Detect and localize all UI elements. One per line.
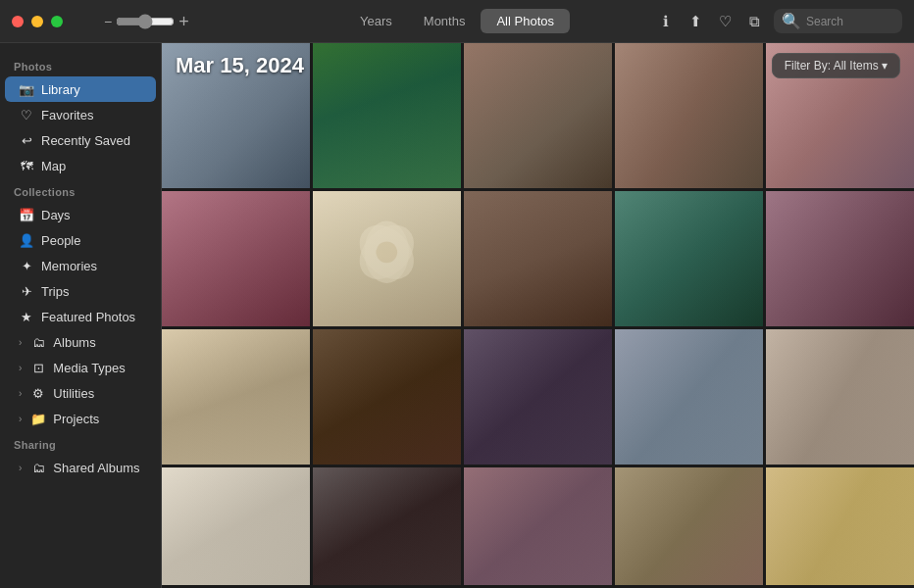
search-input[interactable] [806, 15, 894, 28]
sidebar-featured-photos-label: Featured Photos [41, 310, 135, 324]
photo-cell[interactable] [615, 329, 763, 465]
date-header: Mar 15, 2024 [176, 53, 304, 78]
projects-expand-icon: › [19, 414, 22, 424]
tab-months[interactable]: Months [408, 9, 482, 33]
sidebar-shared-albums-label: Shared Albums [53, 461, 139, 475]
sidebar-days-label: Days [41, 208, 71, 222]
media-types-icon: ⊡ [30, 360, 46, 375]
zoom-out-icon[interactable]: − [104, 14, 112, 29]
photo-cell[interactable] [162, 191, 310, 326]
sidebar-item-map[interactable]: 🗺 Map [5, 153, 156, 178]
featured-photos-icon: ★ [19, 309, 34, 324]
photo-cell[interactable] [766, 191, 914, 326]
sidebar-albums-label: Albums [53, 335, 95, 350]
sidebar-favorites-label: Favorites [41, 108, 93, 122]
photo-row-2 [162, 191, 914, 326]
utilities-expand-icon: › [19, 388, 22, 399]
photo-cell[interactable] [313, 43, 461, 188]
close-button[interactable] [12, 16, 24, 27]
sidebar-item-media-types[interactable]: › ⊡ Media Types [5, 355, 156, 380]
photo-cell[interactable] [464, 329, 612, 465]
sidebar-item-memories[interactable]: ✦ Memories [5, 253, 156, 278]
view-tabs: Years Months All Photos [344, 9, 570, 33]
sidebar-projects-label: Projects [53, 412, 99, 426]
sidebar-item-utilities[interactable]: › ⚙ Utilities [5, 380, 156, 406]
sidebar-library-label: Library [41, 82, 80, 97]
sharing-section-label: Sharing [0, 431, 161, 455]
sidebar-item-trips[interactable]: ✈ Trips [5, 278, 156, 304]
photo-row-4 [162, 467, 914, 585]
heart-icon[interactable]: ♡ [715, 12, 735, 31]
favorites-icon: ♡ [19, 107, 34, 122]
photo-cell[interactable] [464, 43, 612, 188]
zoom-slider[interactable] [116, 14, 175, 29]
titlebar: − + Years Months All Photos ℹ ⬆ ♡ ⧉ 🔍 [0, 0, 914, 43]
photo-cell[interactable] [615, 43, 763, 188]
traffic-lights [12, 16, 63, 27]
photo-cell[interactable] [313, 329, 461, 465]
sidebar-trips-label: Trips [41, 284, 69, 299]
photo-content: Mar 15, 2024 Filter By: All Items ▾ [162, 43, 914, 588]
recently-saved-icon: ↩ [19, 132, 34, 148]
memories-icon: ✦ [19, 258, 34, 273]
minimize-button[interactable] [31, 16, 43, 27]
photos-section-label: Photos [0, 53, 161, 76]
shared-albums-icon: 🗂 [30, 460, 46, 475]
sidebar-item-days[interactable]: 📅 Days [5, 202, 156, 227]
svg-point-3 [377, 241, 398, 263]
sidebar-item-recently-saved[interactable]: ↩ Recently Saved [5, 127, 156, 153]
albums-expand-icon: › [19, 337, 22, 348]
main-layout: Photos 📷 Library ♡ Favorites ↩ Recently … [0, 43, 914, 588]
photo-cell[interactable] [162, 329, 310, 465]
info-icon[interactable]: ℹ [656, 12, 676, 31]
sidebar-item-shared-albums[interactable]: › 🗂 Shared Albums [5, 455, 156, 480]
photo-cell[interactable] [464, 467, 612, 585]
sidebar-memories-label: Memories [41, 259, 97, 273]
collections-section-label: Collections [0, 178, 161, 202]
search-icon: 🔍 [782, 12, 801, 30]
tab-all-photos[interactable]: All Photos [481, 9, 570, 33]
sidebar-item-people[interactable]: 👤 People [5, 227, 156, 253]
filter-button[interactable]: Filter By: All Items ▾ [772, 53, 900, 78]
projects-icon: 📁 [30, 411, 46, 426]
photo-cell[interactable] [464, 191, 612, 326]
flower-svg [342, 205, 432, 300]
sidebar-media-types-label: Media Types [53, 361, 125, 375]
sidebar-item-favorites[interactable]: ♡ Favorites [5, 102, 156, 127]
people-icon: 👤 [19, 232, 34, 248]
map-icon: 🗺 [19, 158, 34, 173]
photo-cell[interactable] [615, 467, 763, 585]
photo-cell[interactable] [766, 329, 914, 465]
maximize-button[interactable] [51, 16, 63, 27]
days-icon: 📅 [19, 207, 34, 222]
photo-cell[interactable] [162, 467, 310, 585]
sidebar-item-albums[interactable]: › 🗂 Albums [5, 329, 156, 355]
library-icon: 📷 [19, 81, 34, 97]
zoom-controls: − + [104, 13, 189, 30]
sidebar-recently-saved-label: Recently Saved [41, 133, 130, 148]
crop-icon[interactable]: ⧉ [744, 12, 764, 31]
share-icon[interactable]: ⬆ [686, 12, 705, 31]
sidebar-item-featured-photos[interactable]: ★ Featured Photos [5, 304, 156, 329]
titlebar-actions: ℹ ⬆ ♡ ⧉ 🔍 [656, 9, 902, 33]
shared-albums-expand-icon: › [19, 463, 22, 473]
search-box[interactable]: 🔍 [774, 9, 902, 33]
photo-cell[interactable] [615, 191, 763, 326]
sidebar-map-label: Map [41, 159, 66, 173]
photo-cell[interactable] [766, 467, 914, 585]
sidebar-utilities-label: Utilities [53, 386, 94, 401]
tab-years[interactable]: Years [344, 9, 408, 33]
sidebar-item-projects[interactable]: › 📁 Projects [5, 406, 156, 431]
sidebar: Photos 📷 Library ♡ Favorites ↩ Recently … [0, 43, 162, 588]
photo-cell[interactable] [313, 467, 461, 585]
albums-icon: 🗂 [30, 334, 46, 350]
photo-cell[interactable] [313, 191, 461, 326]
sidebar-item-library[interactable]: 📷 Library [5, 76, 156, 102]
utilities-icon: ⚙ [30, 385, 46, 401]
zoom-in-icon[interactable]: + [178, 13, 189, 30]
photo-row-3 [162, 329, 914, 465]
media-types-expand-icon: › [19, 363, 22, 373]
sidebar-people-label: People [41, 233, 80, 248]
trips-icon: ✈ [19, 283, 34, 299]
